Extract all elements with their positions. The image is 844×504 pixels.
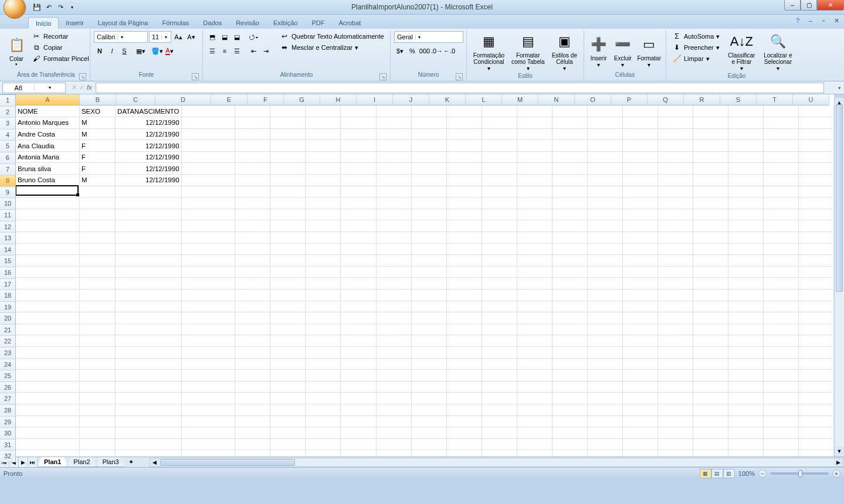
- find-select-button[interactable]: 🔍Localizar e Selecionar ▾: [761, 31, 795, 73]
- cell[interactable]: [482, 278, 517, 290]
- cell[interactable]: [376, 438, 411, 450]
- column-header[interactable]: F: [248, 94, 284, 105]
- cell[interactable]: [446, 393, 482, 404]
- cell[interactable]: [181, 346, 235, 358]
- cell[interactable]: [482, 243, 517, 255]
- format-painter-button[interactable]: 🖌Formatar Pincel: [29, 53, 91, 64]
- cell[interactable]: [728, 301, 763, 312]
- cell[interactable]: [181, 404, 235, 416]
- cell[interactable]: [446, 346, 482, 358]
- column-header[interactable]: J: [393, 94, 429, 105]
- cell[interactable]: [306, 427, 341, 439]
- cell[interactable]: [728, 151, 763, 163]
- cell[interactable]: [270, 243, 306, 255]
- cell[interactable]: [235, 290, 270, 301]
- cell[interactable]: [798, 175, 833, 186]
- cell[interactable]: [270, 197, 306, 209]
- cell[interactable]: [763, 290, 798, 301]
- font-launcher[interactable]: ↘: [192, 73, 199, 80]
- align-left-button[interactable]: ☰: [206, 45, 218, 57]
- cell[interactable]: [116, 370, 181, 382]
- cell[interactable]: [763, 278, 798, 290]
- cell[interactable]: [482, 163, 517, 175]
- row-header[interactable]: 4: [0, 130, 16, 141]
- cell[interactable]: [728, 312, 763, 324]
- cell[interactable]: [270, 128, 306, 140]
- cell[interactable]: [376, 151, 411, 163]
- column-header[interactable]: D: [155, 94, 211, 105]
- row-header[interactable]: 9: [0, 187, 16, 199]
- cell[interactable]: [341, 335, 376, 347]
- cell[interactable]: [411, 105, 446, 117]
- cell[interactable]: [270, 346, 306, 358]
- vertical-scrollbar[interactable]: ▲ ▼: [834, 94, 844, 457]
- cell[interactable]: [622, 290, 657, 301]
- cell[interactable]: 12/12/1990: [116, 128, 181, 140]
- cell[interactable]: [116, 290, 181, 301]
- cell[interactable]: [270, 232, 306, 244]
- cell[interactable]: [235, 105, 270, 117]
- cell[interactable]: [517, 346, 552, 358]
- cell[interactable]: [79, 312, 115, 324]
- cell[interactable]: [657, 140, 693, 152]
- cell[interactable]: [116, 209, 181, 220]
- cell[interactable]: [763, 209, 798, 220]
- cell[interactable]: [79, 416, 115, 427]
- cell[interactable]: [763, 186, 798, 197]
- cell[interactable]: [270, 140, 306, 152]
- cell[interactable]: [181, 266, 235, 278]
- cell[interactable]: [376, 450, 411, 457]
- cell[interactable]: [411, 209, 446, 220]
- cell[interactable]: [622, 105, 657, 117]
- cell[interactable]: [517, 312, 552, 324]
- cell[interactable]: [270, 323, 306, 335]
- undo-button[interactable]: ↶: [43, 2, 54, 12]
- cell[interactable]: [270, 278, 306, 290]
- cell[interactable]: [798, 323, 833, 335]
- number-format-combo[interactable]: Geral▾: [394, 31, 463, 43]
- cell[interactable]: [482, 105, 517, 117]
- cell[interactable]: [552, 358, 587, 370]
- cell[interactable]: [181, 323, 235, 335]
- cell[interactable]: [79, 301, 115, 312]
- cell[interactable]: [79, 358, 115, 370]
- border-button[interactable]: ▦▾: [135, 45, 147, 57]
- cell[interactable]: [116, 416, 181, 427]
- cell[interactable]: [446, 358, 482, 370]
- cell[interactable]: [181, 290, 235, 301]
- cell[interactable]: 12/12/1990: [116, 163, 181, 175]
- cell[interactable]: [341, 140, 376, 152]
- cell[interactable]: [763, 163, 798, 175]
- row-header[interactable]: 16: [0, 267, 16, 279]
- decrease-indent-button[interactable]: ⇤: [248, 45, 259, 57]
- currency-button[interactable]: $▾: [394, 45, 406, 57]
- cell[interactable]: [79, 290, 115, 301]
- cell[interactable]: [79, 232, 115, 244]
- cell[interactable]: F: [79, 151, 115, 163]
- align-top-button[interactable]: ⬒: [206, 31, 218, 43]
- cell[interactable]: [376, 232, 411, 244]
- column-header[interactable]: N: [538, 94, 575, 105]
- cell[interactable]: [306, 255, 341, 267]
- cell[interactable]: [270, 416, 306, 427]
- cell[interactable]: [657, 105, 693, 117]
- cell[interactable]: [517, 427, 552, 439]
- cell[interactable]: [728, 416, 763, 427]
- tab-início[interactable]: Início: [28, 17, 59, 29]
- cell[interactable]: [622, 404, 657, 416]
- cell[interactable]: [79, 438, 115, 450]
- cell[interactable]: [16, 381, 79, 393]
- conditional-formatting-button[interactable]: ▦Formatação Condicional ▾: [470, 31, 507, 73]
- cell[interactable]: [270, 370, 306, 382]
- cell[interactable]: [587, 450, 622, 457]
- tab-fórmulas[interactable]: Fórmulas: [155, 17, 196, 29]
- cell[interactable]: [116, 381, 181, 393]
- clear-button[interactable]: 🧹Limpar ▾: [670, 53, 722, 64]
- cell[interactable]: [482, 128, 517, 140]
- format-as-table-button[interactable]: ▤Formatar como Tabela ▾: [510, 31, 547, 73]
- cell[interactable]: [16, 370, 79, 382]
- cell[interactable]: [622, 175, 657, 186]
- cell[interactable]: [306, 416, 341, 427]
- enter-formula-icon[interactable]: ✓: [79, 84, 84, 91]
- insert-cells-button[interactable]: ➕Inserir ▾: [588, 31, 609, 71]
